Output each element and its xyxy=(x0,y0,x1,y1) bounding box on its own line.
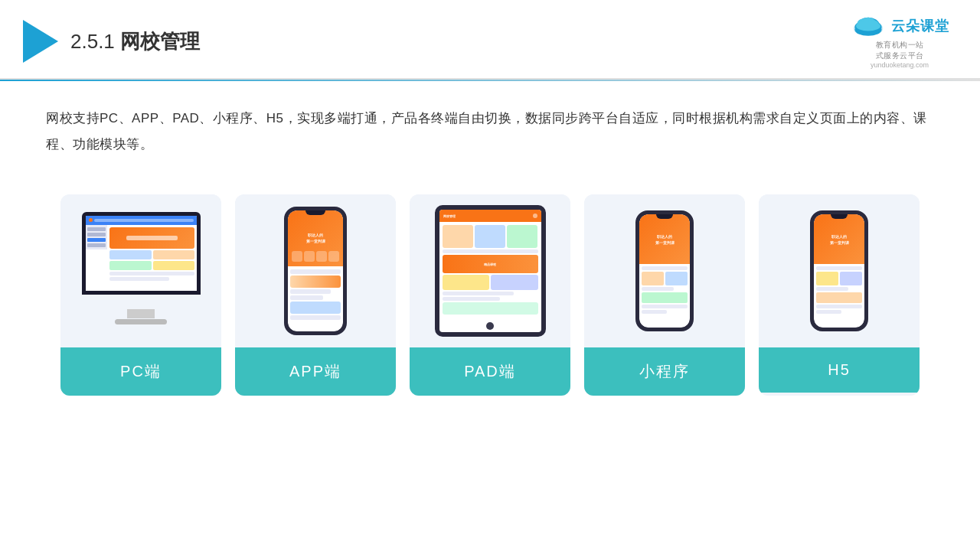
card-pc-label: PC端 xyxy=(60,347,221,396)
brand-area: 云朵课堂 教育机构一站 式服务云平台 yunduoketang.com xyxy=(850,14,949,69)
card-app-image: 职达人的第一堂判课 xyxy=(235,194,396,347)
miniprogram-phone-mockup: 职达人的第一堂判课 xyxy=(635,210,694,331)
description-text: 网校支持PC、APP、PAD、小程序、H5，实现多端打通，产品各终端自由切换，数… xyxy=(0,81,980,170)
card-app-label: APP端 xyxy=(235,347,396,396)
brand-url: yunduoketang.com xyxy=(871,61,929,69)
brand-name: 云朵课堂 xyxy=(891,17,949,35)
cards-container: PC端 职达人的第一堂判课 xyxy=(0,176,980,396)
h5-phone-mockup: 职达人的第一堂判课 xyxy=(810,210,868,331)
brand-logo: 云朵课堂 xyxy=(850,14,949,38)
header: 2.5.1 网校管理 云朵课堂 教育机构一站 式服务云平台 yunduok xyxy=(0,0,980,80)
card-pc-image xyxy=(60,194,221,347)
card-miniprogram-label: 小程序 xyxy=(584,347,745,396)
section-number: 2.5.1 xyxy=(70,30,115,53)
header-left: 2.5.1 网校管理 xyxy=(23,20,200,63)
page-title: 2.5.1 网校管理 xyxy=(70,28,200,55)
pc-device-mockup xyxy=(76,212,206,331)
card-h5: 职达人的第一堂判课 xyxy=(759,194,920,396)
brand-tagline: 教育机构一站 式服务云平台 xyxy=(876,40,924,61)
cloud-logo-icon xyxy=(850,14,887,38)
card-pc: PC端 xyxy=(60,194,221,396)
card-h5-label: H5 xyxy=(759,347,920,393)
card-pad-label: PAD端 xyxy=(410,347,570,396)
description-content: 网校支持PC、APP、PAD、小程序、H5，实现多端打通，产品各终端自由切换，数… xyxy=(46,111,927,152)
card-app: 职达人的第一堂判课 xyxy=(235,194,396,396)
svg-point-10 xyxy=(856,21,880,31)
card-pad-image: 网校管理 精品课程 xyxy=(410,194,570,347)
section-title: 网校管理 xyxy=(120,30,200,53)
pad-tablet-mockup: 网校管理 精品课程 xyxy=(435,205,546,337)
card-miniprogram: 职达人的第一堂判课 xyxy=(584,194,745,396)
logo-triangle-icon xyxy=(23,20,58,63)
card-h5-image: 职达人的第一堂判课 xyxy=(759,194,920,347)
card-pad: 网校管理 精品课程 xyxy=(410,194,570,396)
app-phone-mockup: 职达人的第一堂判课 xyxy=(284,207,347,335)
card-miniprogram-image: 职达人的第一堂判课 xyxy=(584,194,745,347)
